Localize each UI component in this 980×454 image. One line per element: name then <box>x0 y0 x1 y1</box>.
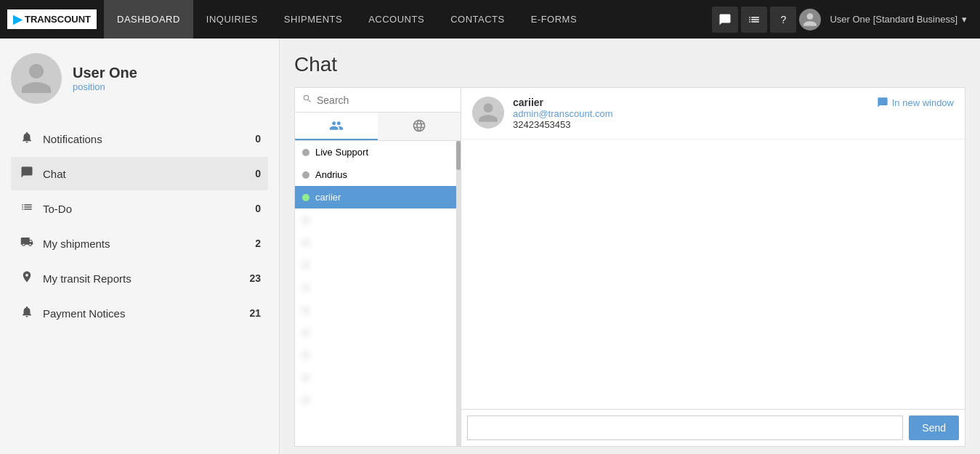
conv-input-area: Send <box>461 409 965 446</box>
chat-list-item-5 <box>295 231 461 254</box>
conv-contact-phone: 32423453453 <box>513 119 868 130</box>
chat-list-item-11 <box>295 366 461 389</box>
send-button[interactable]: Send <box>909 416 959 440</box>
conv-header: cariier admin@transcount.com 32423453453… <box>461 88 965 139</box>
nav-accounts[interactable]: ACCOUNTS <box>355 0 437 38</box>
profile-info: User One position <box>73 65 137 92</box>
nav-inquiries[interactable]: INQUIRIES <box>193 0 271 38</box>
transitreports-icon <box>18 270 36 286</box>
new-window-label: In new window <box>892 97 954 108</box>
chat-list-item-10 <box>295 344 461 366</box>
chat-list-item-9 <box>295 321 461 344</box>
chat-list-item-8 <box>295 299 461 321</box>
sidebar-transitreports-count: 23 <box>249 272 261 284</box>
top-navigation: ▶ TRANSCOUNT DASHBOARD INQUIRIES SHIPMEN… <box>0 0 980 38</box>
sidebar-paymentnotices-count: 21 <box>249 307 261 319</box>
sidebar: User One position Notifications 0 Chat 0 <box>0 38 280 454</box>
sidebar-transitreports-label: My transit Reports <box>43 272 249 285</box>
conv-avatar <box>472 97 504 129</box>
paymentnotices-icon <box>18 305 36 321</box>
status-dot-6 <box>302 262 309 269</box>
sidebar-item-notifications[interactable]: Notifications 0 <box>11 122 268 155</box>
conv-contact-email: admin@transcount.com <box>513 108 868 119</box>
notifications-icon <box>18 131 36 147</box>
chat-container: Chat <box>280 38 980 454</box>
status-dot-7 <box>302 284 309 291</box>
logo-area[interactable]: ▶ TRANSCOUNT <box>0 0 104 38</box>
conv-messages <box>461 139 965 409</box>
sidebar-item-todo[interactable]: To-Do 0 <box>11 192 268 225</box>
chat-list-item-12 <box>295 389 461 411</box>
conv-info: cariier admin@transcount.com 32423453453 <box>513 97 868 130</box>
list-icon-button[interactable] <box>741 7 767 33</box>
sidebar-myshipments-label: My shipments <box>43 238 255 250</box>
sidebar-chat-label: Chat <box>43 168 255 180</box>
sidebar-profile: User One position <box>11 53 268 104</box>
status-dot-11 <box>302 374 309 381</box>
sidebar-menu: Notifications 0 Chat 0 To-Do 0 <box>11 122 268 330</box>
status-dot-9 <box>302 329 309 336</box>
page-title: Chat <box>294 53 965 76</box>
new-window-button[interactable]: In new window <box>877 97 954 108</box>
user-avatar-nav <box>799 9 821 31</box>
nav-contacts[interactable]: CONTACTS <box>437 0 518 38</box>
scrollbar-track <box>456 141 461 446</box>
sidebar-todo-count: 0 <box>255 203 261 214</box>
profile-position: position <box>73 81 137 92</box>
sidebar-item-transitreports[interactable]: My transit Reports 23 <box>11 262 268 295</box>
chat-list-item-cariier[interactable]: cariier <box>295 186 461 208</box>
user-name-label: User One [Standard Business] <box>830 14 957 25</box>
logo-arrow-icon: ▶ <box>13 12 22 26</box>
profile-avatar <box>11 53 62 104</box>
nav-items: DASHBOARD INQUIRIES SHIPMENTS ACCOUNTS C… <box>104 0 590 38</box>
chat-list-item-andrius[interactable]: Andrius <box>295 163 461 186</box>
status-dot-10 <box>302 352 309 359</box>
status-dot-12 <box>302 397 309 404</box>
sidebar-notifications-count: 0 <box>255 133 261 145</box>
status-dot-andrius <box>302 171 309 179</box>
chat-body: Live Support Andrius cariier <box>294 87 965 447</box>
chat-list-item-7 <box>295 276 461 299</box>
search-input[interactable] <box>317 94 453 106</box>
status-dot-8 <box>302 307 309 314</box>
help-icon: ? <box>781 14 787 25</box>
conv-contact-name: cariier <box>513 97 868 108</box>
main-layout: User One position Notifications 0 Chat 0 <box>0 38 980 454</box>
sidebar-chat-count: 0 <box>255 168 261 179</box>
nav-shipments[interactable]: SHIPMENTS <box>271 0 355 38</box>
tab-contacts[interactable] <box>295 113 378 140</box>
nav-dashboard[interactable]: DASHBOARD <box>104 0 193 38</box>
myshipments-icon <box>18 235 36 251</box>
sidebar-paymentnotices-label: Payment Notices <box>43 307 249 320</box>
user-dropdown-icon: ▾ <box>962 14 967 25</box>
chat-icon-button[interactable] <box>712 7 738 33</box>
chat-list-item-livesupport[interactable]: Live Support <box>295 141 461 163</box>
search-icon <box>302 94 312 106</box>
sidebar-todo-label: To-Do <box>43 203 255 215</box>
todo-icon <box>18 200 36 216</box>
chat-list: Live Support Andrius cariier <box>295 141 461 446</box>
user-menu-button[interactable]: User One [Standard Business] ▾ <box>824 14 973 25</box>
status-dot-4 <box>302 216 309 224</box>
chat-icon <box>18 166 36 182</box>
logo-text: TRANSCOUNT <box>25 14 91 25</box>
chat-item-name-livesupport: Live Support <box>315 147 368 158</box>
chat-list-item-6 <box>295 254 461 276</box>
sidebar-item-myshipments[interactable]: My shipments 2 <box>11 227 268 260</box>
chat-conv-panel: cariier admin@transcount.com 32423453453… <box>461 87 965 447</box>
profile-name: User One <box>73 65 137 81</box>
search-bar <box>295 88 461 113</box>
message-input[interactable] <box>467 416 903 440</box>
status-dot-livesupport <box>302 149 309 156</box>
chat-list-item-4 <box>295 208 461 231</box>
scrollbar-thumb[interactable] <box>456 141 461 170</box>
sidebar-item-paymentnotices[interactable]: Payment Notices 21 <box>11 296 268 330</box>
nav-eforms[interactable]: E-FORMS <box>518 0 590 38</box>
sidebar-item-chat[interactable]: Chat 0 <box>11 157 268 190</box>
chat-item-name-cariier: cariier <box>315 192 341 203</box>
status-dot-5 <box>302 239 309 246</box>
tab-global[interactable] <box>378 113 461 140</box>
logo: ▶ TRANSCOUNT <box>7 9 97 29</box>
chat-item-name-andrius: Andrius <box>315 169 347 180</box>
help-icon-button[interactable]: ? <box>770 7 796 33</box>
